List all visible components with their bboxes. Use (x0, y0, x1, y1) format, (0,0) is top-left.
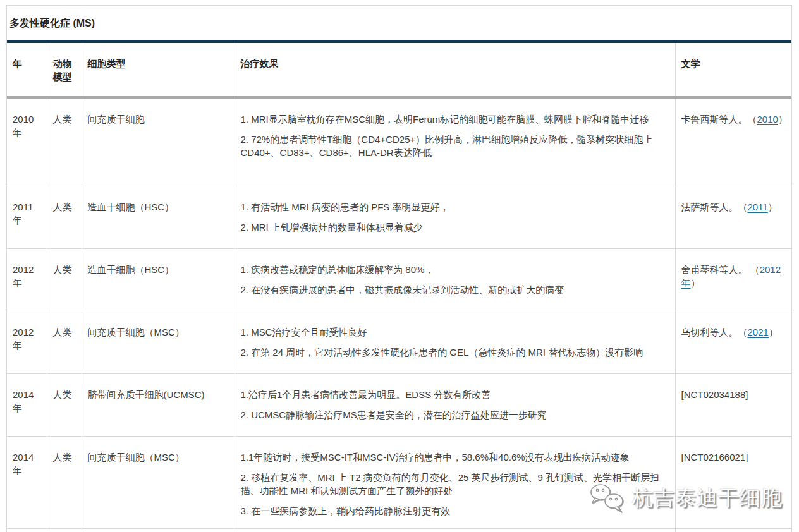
cell-type-cell: 间充质干细胞（MSC） (82, 436, 235, 528)
literature-cell: 舍甫琴科等人。 （2012 年） (675, 248, 791, 311)
year-cell: 2012 年 (7, 248, 47, 311)
literature-cell: [NCT02034188] (675, 373, 791, 436)
animal-model-cell: 人类 (47, 311, 82, 373)
cell-type-cell: 脐带间充质干细胞(UCMSC) (82, 373, 235, 436)
table-row: 2011 年人类造血干细胞（HSC）1. 有活动性 MRI 病变的患者的 PFS… (7, 186, 791, 248)
cell-type-cell: 造血干细胞（HSC） (82, 186, 235, 248)
partial-cell (7, 528, 47, 532)
treatment-effect-cell: 1.1年随访时，接受MSC-IT和MSC-IV治疗的患者中，58.6%和40.6… (235, 436, 675, 528)
effect-paragraph: 1. MRI显示脑室枕角存在MSC细胞，表明Ferum标记的细胞可能在脑膜、蛛网… (241, 112, 669, 126)
col-header-literature: 文学 (675, 43, 791, 97)
effect-paragraph: 3. 在一些疾病参数上，鞘内给药比静脉注射更有效 (241, 504, 669, 517)
treatment-effect-cell: 1. MRI显示脑室枕角存在MSC细胞，表明Ferum标记的细胞可能在脑膜、蛛网… (235, 97, 675, 186)
header-row: 年 动物模型 细胞类型 治疗效果 文学 (7, 43, 791, 97)
col-header-treatment-effect: 治疗效果 (235, 43, 675, 97)
animal-model-cell: 人类 (47, 186, 82, 248)
col-header-animal-model: 动物模型 (47, 43, 82, 97)
literature-cell: 乌切利等人。（2021） (675, 311, 791, 373)
table-body: 2010 年人类间充质干细胞1. MRI显示脑室枕角存在MSC细胞，表明Feru… (7, 97, 791, 532)
year-cell: 2014 年 (7, 373, 47, 436)
year-cell: 2014 年 (7, 436, 47, 528)
year-cell: 2012 年 (7, 311, 47, 373)
literature-text: [NCT02034188] (681, 389, 748, 400)
literature-text: 卡鲁西斯等人。（ (681, 114, 757, 124)
col-header-year: 年 (7, 43, 47, 97)
animal-model-cell: 人类 (47, 248, 82, 311)
year-cell: 2011 年 (7, 186, 47, 248)
literature-text-suffix: ） (691, 277, 700, 288)
literature-year-link[interactable]: 2021 (748, 327, 769, 337)
literature-text: 舍甫琴科等人。 （ (681, 264, 760, 275)
effect-paragraph: 2. 72%的患者调节性T细胞（CD4+CD25+）比例升高，淋巴细胞增殖反应降… (241, 133, 669, 159)
literature-cell: [NCT02166021] (675, 436, 791, 528)
partial-cell (82, 528, 235, 532)
ms-table-section: 多发性硬化症 (MS) 年 动物模型 细胞类型 治疗效果 文学 2010 年人类… (6, 5, 792, 532)
effect-paragraph: 1. MSC治疗安全且耐受性良好 (241, 325, 669, 339)
partial-cell (235, 528, 675, 532)
cell-type-cell: 间充质干细胞 (82, 97, 235, 186)
effect-paragraph: 2. 在第 24 周时，它对活动性多发性硬化症患者的 GEL（急性炎症的 MRI… (241, 346, 669, 359)
animal-model-cell: 人类 (47, 97, 82, 186)
literature-text-suffix: ） (768, 202, 778, 212)
table-title-text: 多发性硬化症 (MS) (9, 18, 95, 28)
cell-type-cell: 间充质干细胞（MSC） (82, 311, 235, 373)
table-row: 2012 年人类间充质干细胞（MSC）1. MSC治疗安全且耐受性良好2. 在第… (7, 311, 791, 373)
effect-paragraph: 2. UCMSC静脉输注治疗MS患者是安全的，潜在的治疗益处应进一步研究 (241, 408, 669, 421)
treatment-effect-cell: 1.治疗后1个月患者病情改善最为明显。EDSS 分数有所改善2. UCMSC静脉… (235, 373, 675, 436)
literature-text-suffix: ） (778, 114, 788, 124)
effect-paragraph: 1.治疗后1个月患者病情改善最为明显。EDSS 分数有所改善 (241, 388, 669, 401)
table-header: 年 动物模型 细胞类型 治疗效果 文学 (7, 43, 791, 97)
table-title: 多发性硬化症 (MS) (7, 6, 791, 43)
literature-year-link[interactable]: 2010 (757, 114, 778, 124)
animal-model-cell: 人类 (47, 373, 82, 436)
literature-text: 乌切利等人。（ (681, 327, 748, 337)
table-row: 2014 年人类脐带间充质干细胞(UCMSC)1.治疗后1个月患者病情改善最为明… (7, 373, 791, 436)
literature-cell: 法萨斯等人。（2011） (675, 186, 791, 248)
table-row: 2014 年人类间充质干细胞（MSC）1.1年随访时，接受MSC-IT和MSC-… (7, 436, 791, 528)
ms-table: 年 动物模型 细胞类型 治疗效果 文学 2010 年人类间充质干细胞1. MRI… (7, 43, 791, 532)
effect-paragraph: 2. 在没有疾病进展的患者中，磁共振成像未记录到活动性、新的或扩大的病变 (241, 283, 669, 296)
table-row: 2012 年人类造血干细胞（HSC）1. 疾病改善或稳定的总体临床缓解率为 80… (7, 248, 791, 311)
cell-type-cell: 造血干细胞（HSC） (82, 248, 235, 311)
effect-paragraph: 2. 移植在复发率、MRI 上 T2 病变负荷的每月变化、25 英尺步行测试、9… (241, 471, 669, 497)
literature-cell: 卡鲁西斯等人。（2010） (675, 97, 791, 186)
treatment-effect-cell: 1. MSC治疗安全且耐受性良好2. 在第 24 周时，它对活动性多发性硬化症患… (235, 311, 675, 373)
treatment-effect-cell: 1. 有活动性 MRI 病变的患者的 PFS 率明显更好，2. MRI 上钆增强… (235, 186, 675, 248)
treatment-effect-cell: 1. 疾病改善或稳定的总体临床缓解率为 80%，2. 在没有疾病进展的患者中，磁… (235, 248, 675, 311)
partial-cell (47, 528, 82, 532)
table-row-partial (7, 528, 791, 532)
effect-paragraph: 1.1年随访时，接受MSC-IT和MSC-IV治疗的患者中，58.6%和40.6… (241, 450, 669, 464)
literature-year-link[interactable]: 2011 (748, 202, 768, 212)
partial-cell (675, 528, 791, 532)
effect-paragraph: 1. 有活动性 MRI 病变的患者的 PFS 率明显更好， (241, 200, 669, 214)
literature-text: 法萨斯等人。（ (681, 202, 748, 212)
animal-model-cell: 人类 (47, 436, 82, 528)
year-cell: 2010 年 (7, 97, 47, 186)
page: { "title": "多发性硬化症 (MS)", "columns": ["年… (0, 0, 799, 532)
table-row: 2010 年人类间充质干细胞1. MRI显示脑室枕角存在MSC细胞，表明Feru… (7, 97, 791, 186)
col-header-cell-type: 细胞类型 (82, 43, 235, 97)
literature-text: [NCT02166021] (681, 452, 748, 462)
effect-paragraph: 1. 疾病改善或稳定的总体临床缓解率为 80%， (241, 263, 669, 276)
effect-paragraph: 2. MRI 上钆增强病灶的数量和体积显着减少 (241, 221, 669, 234)
literature-text-suffix: ） (769, 327, 778, 337)
